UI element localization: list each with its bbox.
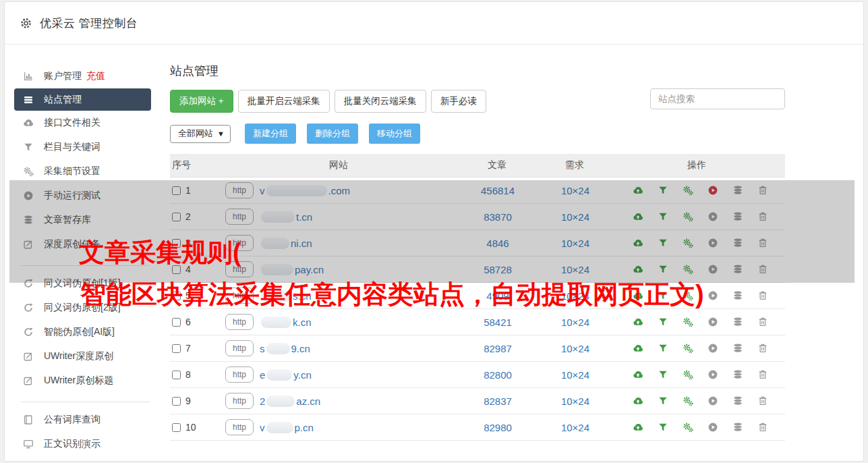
newbie-guide-button[interactable]: 新手必读 [431,90,486,113]
cloud-upload-icon[interactable] [633,290,643,301]
gears-icon[interactable] [683,343,693,354]
filter-icon[interactable] [658,396,668,406]
protocol-badge[interactable]: http [225,340,254,356]
sidebar-item-synonym-v1[interactable]: 同义词伪原创[1版] [14,271,151,296]
database-icon[interactable] [732,343,743,354]
database-icon[interactable] [732,369,743,380]
play-icon[interactable] [707,317,718,327]
sidebar-item-uwriter-deep[interactable]: UWriter深度原创 [14,344,151,369]
filter-icon[interactable] [658,422,668,433]
batch-open-cloud-button[interactable]: 批量开启云端采集 [238,90,330,113]
sidebar-item-content-demo[interactable]: 正文识别演示 [14,432,151,456]
protocol-badge[interactable]: http [225,209,254,225]
sidebar-item-columns-keywords[interactable]: 栏目与关键词 [14,135,151,159]
play-icon[interactable] [707,369,718,380]
row-checkbox[interactable] [172,213,181,221]
filter-icon[interactable] [658,290,668,301]
trash-icon[interactable] [757,185,768,196]
cloud-upload-icon[interactable] [633,211,643,222]
database-icon[interactable] [732,422,743,433]
sidebar-item-sites[interactable]: 站点管理 [14,88,151,111]
play-icon[interactable] [707,343,718,354]
site-domain-link[interactable]: pay.cn [260,264,324,275]
protocol-badge[interactable]: http [225,235,254,251]
trash-icon[interactable] [757,317,768,327]
site-domain-link[interactable]: s.cn [260,290,312,302]
database-icon[interactable] [732,185,743,196]
trash-icon[interactable] [757,211,768,222]
protocol-badge[interactable]: http [225,261,254,277]
site-domain-link[interactable]: vp.cn [260,422,314,433]
sidebar-item-interface-files[interactable]: 接口文件相关 [14,111,151,135]
gears-icon[interactable] [683,238,693,248]
filter-icon[interactable] [658,317,668,327]
sidebar-item-article-cache[interactable]: 文章暂存库 [14,208,151,232]
gears-icon[interactable] [683,185,693,196]
play-icon[interactable] [707,238,718,248]
protocol-badge[interactable]: http [225,182,254,198]
gears-icon[interactable] [683,290,693,301]
move-group-button[interactable]: 移动分组 [369,124,420,144]
filter-icon[interactable] [658,238,668,248]
gears-icon[interactable] [683,211,693,222]
database-icon[interactable] [732,290,743,301]
play-icon[interactable] [707,422,718,433]
trash-icon[interactable] [757,422,768,433]
sidebar-item-public-dict[interactable]: 公有词库查询 [14,408,151,432]
add-site-button[interactable]: 添加网站 + [170,90,233,113]
site-domain-link[interactable]: s9.cn [260,343,310,354]
filter-icon[interactable] [658,185,668,196]
row-checkbox[interactable] [172,265,181,274]
row-checkbox[interactable] [172,344,181,353]
cloud-upload-icon[interactable] [633,369,643,380]
cloud-upload-icon[interactable] [633,422,643,433]
sidebar-item-ai-original[interactable]: 智能伪原创[AI版] [14,320,151,344]
gears-icon[interactable] [683,369,693,380]
protocol-badge[interactable]: http [225,419,254,435]
site-search-input[interactable] [650,88,785,109]
trash-icon[interactable] [757,238,768,248]
cloud-upload-icon[interactable] [633,238,643,248]
sidebar-item-deep-original[interactable]: 深度原创任务 [14,232,151,256]
row-checkbox[interactable] [172,318,181,327]
row-checkbox[interactable] [172,239,181,248]
filter-icon[interactable] [658,264,668,275]
site-domain-link[interactable]: ey.cn [260,369,312,381]
sidebar-item-account[interactable]: 账户管理 充值 [14,64,151,88]
site-domain-link[interactable]: 2az.cn [260,396,320,407]
gears-icon[interactable] [683,317,693,327]
row-checkbox[interactable] [172,371,181,379]
database-icon[interactable] [732,211,743,222]
gears-icon[interactable] [683,422,693,433]
protocol-badge[interactable]: http [225,393,254,409]
protocol-badge[interactable]: http [225,288,254,304]
delete-group-button[interactable]: 删除分组 [307,124,358,144]
play-icon[interactable] [707,185,718,196]
filter-icon[interactable] [658,211,668,222]
play-icon[interactable] [707,264,718,275]
site-domain-link[interactable]: t.cn [260,211,312,223]
site-domain-link[interactable]: v.com [260,185,350,196]
cloud-upload-icon[interactable] [633,343,643,354]
site-domain-link[interactable]: ni.cn [260,238,312,249]
database-icon[interactable] [732,317,743,327]
row-checkbox[interactable] [172,397,181,406]
sidebar-item-uwriter-title[interactable]: UWriter原创标题 [14,369,151,393]
protocol-badge[interactable]: http [225,314,254,330]
row-checkbox[interactable] [172,423,181,432]
row-checkbox[interactable] [172,292,181,300]
batch-close-cloud-button[interactable]: 批量关闭云端采集 [335,90,426,113]
site-group-select[interactable]: 全部网站 ▼ [170,125,231,143]
cloud-upload-icon[interactable] [633,185,643,196]
filter-icon[interactable] [658,369,668,380]
database-icon[interactable] [732,238,743,248]
database-icon[interactable] [732,264,743,275]
gears-icon[interactable] [683,396,693,406]
gears-icon[interactable] [683,264,693,275]
filter-icon[interactable] [658,343,668,354]
sidebar-item-manual-test[interactable]: 手动运行测试 [14,184,151,208]
recharge-badge[interactable]: 充值 [86,70,105,82]
trash-icon[interactable] [757,343,768,354]
cloud-upload-icon[interactable] [633,396,643,406]
play-icon[interactable] [707,290,718,301]
